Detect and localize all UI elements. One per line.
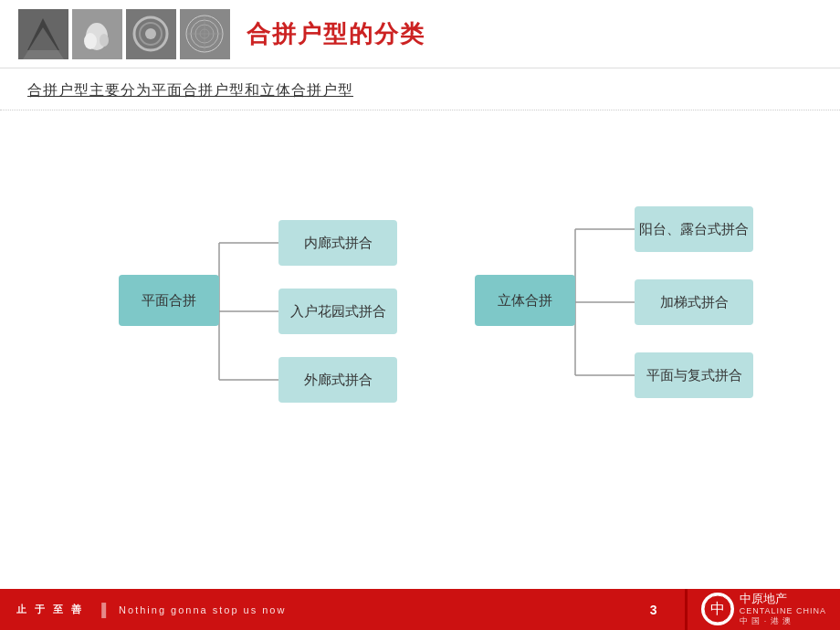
header-image-1: [18, 9, 68, 59]
solid-sub2-box: 加梯式拼合: [635, 279, 753, 325]
svg-point-5: [84, 33, 97, 49]
subtitle-bar: 合拼户型主要分为平面合拼户型和立体合拼户型: [0, 68, 840, 110]
logo-text-container: 中原地产 CENTALINE CHINA 中 国 · 港 澳: [740, 592, 826, 628]
svg-point-10: [145, 28, 156, 39]
footer-left: 止 于 至 善 ▐ Nothing gonna stop us now: [0, 603, 623, 617]
flat-sub3-box: 外廊式拼合: [278, 357, 397, 403]
header-image-3: [126, 9, 176, 59]
logo-icon: 中: [701, 593, 734, 625]
header-image-2: [72, 9, 122, 59]
footer-slogan: 止 于 至 善: [16, 603, 84, 616]
solid-sub3-box: 平面与复式拼合: [635, 352, 753, 398]
slide: 合拼户型的分类 合拼户型主要分为平面合拼户型和立体合拼户型: [0, 0, 840, 589]
logo-chinese: 中原地产: [740, 592, 826, 607]
footer-tagline: Nothing gonna stop us now: [119, 604, 286, 615]
flat-sub2-box: 入户花园式拼合: [278, 289, 397, 334]
footer-page-number: 3: [623, 603, 685, 617]
footer-logo: 中 中原地产 CENTALINE CHINA 中 国 · 港 澳: [688, 592, 840, 628]
logo-sub: 中 国 · 港 澳: [740, 615, 826, 627]
svg-point-6: [100, 34, 109, 47]
footer: 止 于 至 善 ▐ Nothing gonna stop us now 3 中 …: [0, 589, 840, 630]
header-image-4: [180, 9, 230, 59]
solid-sub1-box: 阳台、露台式拼合: [635, 206, 753, 252]
svg-text:中: 中: [710, 601, 725, 616]
flat-sub1-box: 内廊式拼合: [278, 220, 397, 266]
diagram-area: 平面合拼 内廊式拼合 入户花园式拼合 外廊式拼合 立体合拼 阳台、露台式拼合 加…: [0, 110, 840, 503]
header: 合拼户型的分类: [0, 0, 840, 68]
flat-main-box: 平面合拼: [119, 275, 219, 326]
footer-separator: ▐: [97, 603, 106, 617]
logo-english: CENTALINE CHINA: [740, 606, 826, 615]
solid-main-box: 立体合拼: [475, 275, 575, 326]
page-title: 合拼户型的分类: [247, 18, 425, 50]
header-images: [18, 9, 230, 59]
subtitle-text: 合拼户型主要分为平面合拼户型和立体合拼户型: [27, 82, 353, 98]
